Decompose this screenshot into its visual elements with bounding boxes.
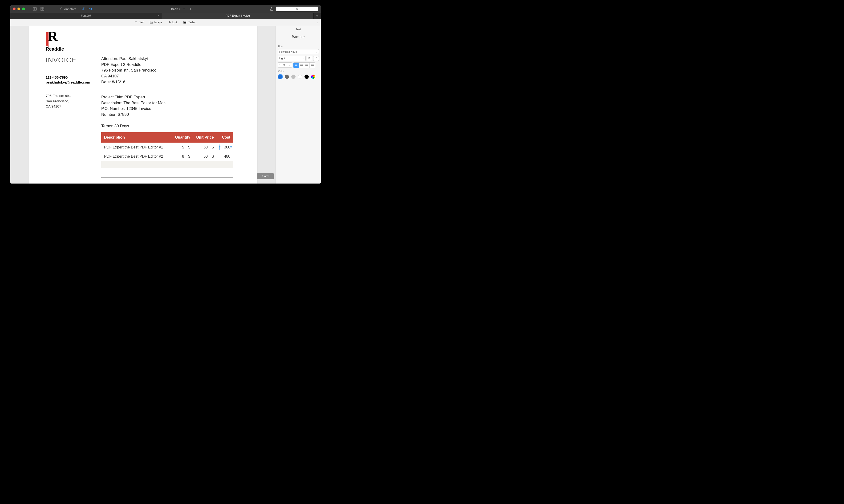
svg-rect-5 (42, 9, 44, 11)
bold-button[interactable]: B (307, 56, 312, 61)
tab-font007[interactable]: Font007 × (10, 13, 162, 19)
svg-rect-0 (33, 7, 36, 10)
divider (101, 177, 233, 178)
invoice-left-col: INVOICE 123-456-7890 psakhatskyi@readdle… (46, 56, 101, 178)
font-size-select[interactable]: 10 pt ⌄ (278, 62, 292, 68)
color-picker-button[interactable] (311, 75, 315, 79)
color-swatch-white[interactable] (298, 75, 302, 79)
chevron-down-icon: ⌄ (303, 57, 304, 59)
svg-point-7 (296, 8, 298, 10)
color-swatches (278, 75, 319, 79)
tool-link[interactable]: Link (168, 21, 177, 24)
table-row[interactable]: PDF Expert the Best PDF Editor #1 5 $ 60… (101, 143, 233, 152)
zoom-out-button[interactable]: − (182, 7, 187, 11)
color-swatch-blue[interactable] (278, 75, 282, 79)
app-window: Annotate Edit 100% ▾ − + Font007 × (10, 5, 321, 183)
svg-point-11 (151, 21, 151, 22)
zoom-value: 100% (171, 7, 178, 11)
titlebar-center: 100% ▾ − + (96, 7, 268, 11)
close-window-button[interactable] (13, 7, 16, 10)
color-section-label: Color (278, 70, 319, 73)
tool-image[interactable]: Image (150, 21, 162, 24)
selected-text-cell[interactable]: 300 (214, 144, 230, 150)
tool-link-label: Link (172, 21, 177, 24)
logo-letter: R (48, 28, 57, 44)
zoom-dropdown[interactable]: 100% ▾ (171, 7, 180, 11)
svg-rect-3 (42, 7, 44, 9)
align-justify-button[interactable] (304, 62, 310, 68)
sidebar-title: Text (278, 26, 319, 33)
collapse-sidebar-icon[interactable]: » (316, 20, 318, 24)
table-row (101, 161, 233, 168)
tool-redact-label: Redact (188, 21, 196, 24)
invoice-phone: 123-456-7890 (46, 75, 101, 79)
minimize-window-button[interactable] (17, 7, 20, 10)
logo-ribbon-icon (46, 32, 49, 47)
annotate-button[interactable]: Annotate (57, 7, 78, 11)
inspector-sidebar: Text Sample Font Helvetica Neue ⌄ Light … (276, 26, 321, 183)
invoice-table: Description Quantity Unit Price Cost PDF… (101, 132, 233, 168)
page-indicator: 1 of 1 (257, 173, 274, 179)
font-family-select[interactable]: Helvetica Neue ⌄ (278, 49, 319, 54)
close-icon[interactable]: × (158, 14, 159, 17)
chevron-down-icon: ▾ (179, 8, 180, 10)
color-swatch-gray[interactable] (291, 75, 295, 79)
tool-image-label: Image (154, 21, 162, 24)
align-right-button[interactable] (310, 62, 315, 68)
chevron-down-icon: ⌄ (315, 51, 317, 53)
fullscreen-window-button[interactable] (22, 7, 25, 10)
edit-toolbar: Text Image Link Redact » (10, 19, 321, 26)
tool-redact[interactable]: Redact (183, 21, 196, 24)
tool-text[interactable]: Text (135, 21, 144, 24)
svg-rect-2 (41, 7, 42, 9)
pdf-page[interactable]: R Readdle INVOICE 123-456-7890 psakhatsk… (29, 26, 257, 183)
svg-rect-4 (41, 9, 42, 11)
titlebar-right (270, 6, 318, 11)
document-viewport[interactable]: R Readdle INVOICE 123-456-7890 psakhatsk… (10, 26, 276, 183)
sidebar-toggle-icon[interactable] (33, 7, 37, 11)
tool-text-label: Text (139, 21, 144, 24)
align-center-button[interactable] (299, 62, 304, 68)
tab-pdf-expert-invoice[interactable]: PDF Expert Invoice (162, 13, 314, 19)
company-name: Readdle (46, 46, 241, 52)
font-section-label: Font (278, 45, 319, 48)
color-swatch-black[interactable] (305, 75, 309, 79)
table-header: Description Quantity Unit Price Cost (101, 132, 233, 142)
edit-label: Edit (87, 7, 92, 11)
annotate-label: Annotate (64, 7, 76, 11)
invoice-right-col: Attention: Paul Sakhatskyi PDF Expert 2 … (101, 56, 233, 178)
align-left-button[interactable] (293, 62, 299, 68)
svg-line-8 (298, 10, 298, 10)
zoom-in-button[interactable]: + (188, 7, 193, 11)
invoice-address: 795 Folsom str., San Francisco, CA 94107 (46, 93, 101, 109)
table-row[interactable]: PDF Expert the Best PDF Editor #2 8 $ 60… (101, 152, 233, 161)
tabbar: Font007 × PDF Expert Invoice + (10, 13, 321, 19)
traffic-lights (13, 7, 25, 10)
align-group (293, 62, 315, 68)
titlebar: Annotate Edit 100% ▾ − + (10, 5, 321, 13)
font-weight-select[interactable]: Light ⌄ (278, 56, 306, 61)
share-icon[interactable] (270, 7, 274, 11)
italic-button[interactable]: I (313, 56, 319, 61)
new-tab-button[interactable]: + (314, 13, 321, 19)
text-selection-handles[interactable] (220, 144, 231, 150)
sidebar-sample: Sample (278, 33, 319, 43)
thumbnails-icon[interactable] (40, 7, 44, 11)
tab-label: Font007 (81, 14, 91, 17)
edit-button[interactable]: Edit (80, 7, 94, 11)
invoice-email: psakhatskyi@readdle.com (46, 80, 101, 84)
chevron-down-icon: ⌄ (289, 64, 291, 66)
invoice-heading: INVOICE (46, 56, 101, 64)
tab-label: PDF Expert Invoice (226, 14, 250, 17)
search-input[interactable] (276, 6, 318, 11)
color-swatch-darkgray[interactable] (285, 75, 289, 79)
